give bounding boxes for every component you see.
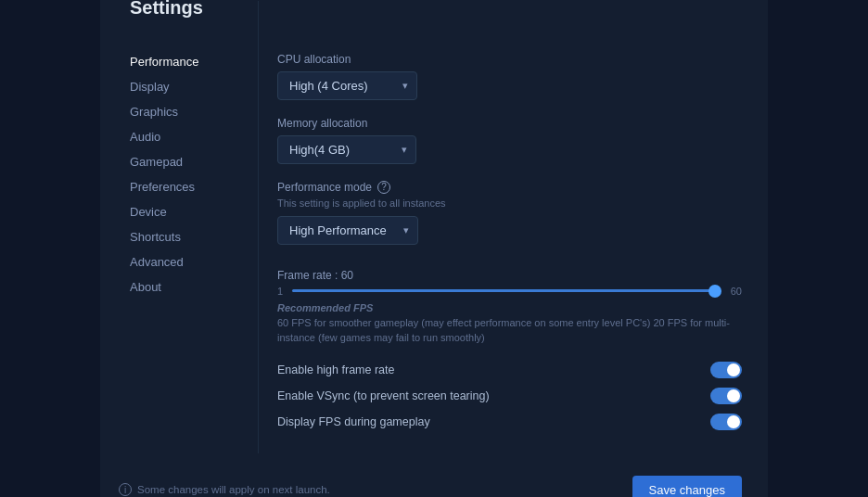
toggle-label-high-frame-rate: Enable high frame rate: [277, 363, 394, 376]
cpu-allocation-select[interactable]: Low (1 Core)Medium (2 Cores)High (4 Core…: [277, 71, 417, 100]
recommended-fps-heading: Recommended FPS: [277, 302, 742, 313]
cpu-allocation-label: CPU allocation: [277, 53, 742, 66]
perf-mode-row: Performance mode ?: [277, 181, 742, 194]
footer: i Some changes will apply on next launch…: [100, 461, 768, 498]
perf-mode-select[interactable]: BalancedHigh PerformanceUltra Performanc…: [277, 216, 418, 245]
slider-max: 60: [731, 286, 742, 297]
memory-allocation-select[interactable]: Low(1 GB)Medium(2 GB)High(4 GB)Ultra(8 G…: [277, 135, 416, 164]
cpu-allocation-wrapper: Low (1 Core)Medium (2 Cores)High (4 Core…: [277, 71, 417, 100]
toggle-label-display-fps: Display FPS during gameplay: [277, 415, 430, 428]
sidebar-item-performance[interactable]: Performance: [130, 49, 258, 74]
modal-inner: PerformanceDisplayGraphicsAudioGamepadPr…: [100, 1, 768, 498]
slider-min: 1: [277, 286, 283, 297]
perf-mode-label: Performance mode: [277, 181, 372, 194]
sidebar-item-advanced[interactable]: Advanced: [130, 249, 258, 274]
toggle-high-frame-rate[interactable]: [710, 362, 742, 378]
slider-row: 1 60: [277, 286, 742, 297]
info-dot-icon: i: [119, 483, 132, 496]
frame-rate-slider[interactable]: [292, 289, 721, 292]
perf-mode-desc: This setting is applied to all instances: [277, 198, 742, 209]
perf-mode-wrapper: BalancedHigh PerformanceUltra Performanc…: [277, 216, 418, 245]
modal-title: Settings: [130, 0, 203, 19]
sidebar-item-shortcuts[interactable]: Shortcuts: [130, 224, 258, 249]
close-button[interactable]: ✕: [741, 0, 755, 3]
frame-rate-label: Frame rate : 60: [277, 269, 742, 282]
sidebar: PerformanceDisplayGraphicsAudioGamepadPr…: [100, 1, 258, 453]
sidebar-item-preferences[interactable]: Preferences: [130, 174, 258, 199]
toggle-label-vsync: Enable VSync (to prevent screen tearing): [277, 389, 490, 402]
memory-allocation-label: Memory allocation: [277, 117, 742, 130]
toggle-row-vsync: Enable VSync (to prevent screen tearing): [277, 383, 742, 409]
perf-mode-help-icon[interactable]: ?: [377, 181, 390, 194]
save-changes-button[interactable]: Save changes: [632, 476, 742, 498]
sidebar-item-display[interactable]: Display: [130, 74, 258, 99]
toggle-display-fps[interactable]: [710, 414, 742, 430]
recommended-fps-desc: 60 FPS for smoother gameplay (may effect…: [277, 315, 742, 346]
sidebar-item-audio[interactable]: Audio: [130, 124, 258, 149]
content-area: CPU allocation Low (1 Core)Medium (2 Cor…: [258, 1, 768, 453]
toggle-vsync[interactable]: [710, 388, 742, 404]
toggles-container: Enable high frame rateEnable VSync (to p…: [277, 357, 742, 435]
footer-note: i Some changes will apply on next launch…: [119, 483, 330, 496]
sidebar-item-graphics[interactable]: Graphics: [130, 99, 258, 124]
footer-note-text: Some changes will apply on next launch.: [137, 484, 330, 495]
sidebar-item-gamepad[interactable]: Gamepad: [130, 149, 258, 174]
memory-allocation-wrapper: Low(1 GB)Medium(2 GB)High(4 GB)Ultra(8 G…: [277, 135, 416, 164]
sidebar-item-device[interactable]: Device: [130, 199, 258, 224]
sidebar-item-about[interactable]: About: [130, 274, 258, 299]
modal-body: PerformanceDisplayGraphicsAudioGamepadPr…: [100, 1, 768, 453]
toggle-row-display-fps: Display FPS during gameplay: [277, 409, 742, 435]
settings-modal: ✕ Settings PerformanceDisplayGraphicsAud…: [100, 0, 768, 497]
toggle-row-high-frame-rate: Enable high frame rate: [277, 357, 742, 383]
